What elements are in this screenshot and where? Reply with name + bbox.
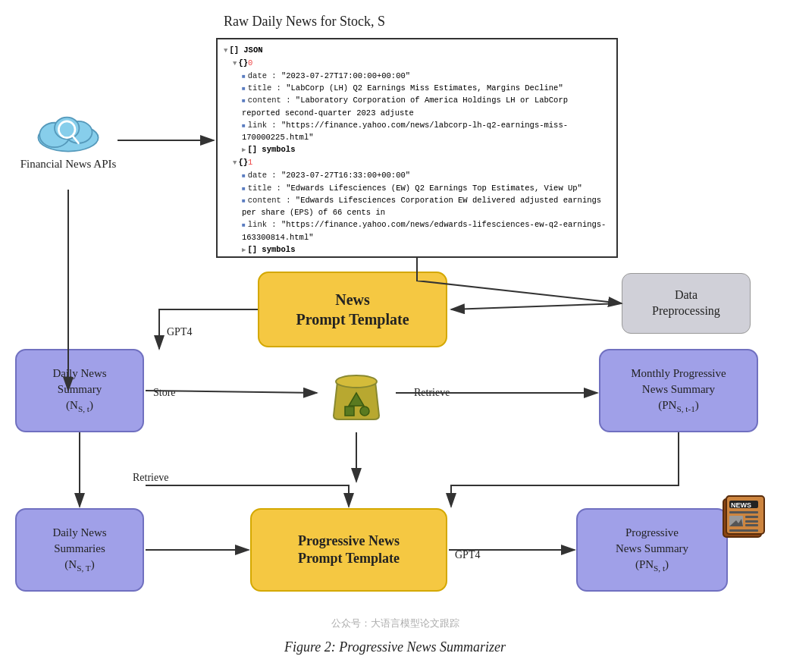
raw-news-label: Raw Daily News for Stock, S [224, 14, 385, 30]
progressive-news-summary-label: ProgressiveNews Summary(PNS, t) [616, 525, 688, 575]
monthly-progressive-box: Monthly ProgressiveNews Summary(PNS, t-1… [599, 349, 758, 432]
progressive-news-prompt-box: Progressive NewsPrompt Template [250, 508, 447, 592]
daily-news-summaries-box: Daily NewsSummaries(NS, T) [15, 508, 144, 592]
retrieve-bottom-label: Retrieve [133, 472, 168, 484]
financial-news-apis-box: Financial News APIs [15, 91, 121, 190]
svg-point-6 [336, 375, 377, 388]
gpt4-top-label: GPT4 [167, 326, 192, 338]
svg-rect-17 [745, 516, 758, 518]
svg-line-23 [451, 303, 622, 309]
gpt4-bottom-label: GPT4 [455, 549, 480, 561]
svg-rect-20 [729, 529, 758, 532]
svg-rect-14 [729, 511, 758, 513]
news-prompt-template-label: NewsPrompt Template [296, 290, 409, 329]
json-box: ▼[] JSON ▼{}0 ■date : "2023-07-27T17:00:… [216, 38, 618, 258]
svg-text:NEWS: NEWS [731, 501, 751, 509]
diagram-container: Raw Daily News for Stock, S ▼[] JSON ▼{}… [0, 0, 790, 672]
svg-rect-8 [345, 407, 354, 416]
progressive-news-summary-box: ProgressiveNews Summary(PNS, t) [576, 508, 728, 592]
cloud-icon [34, 108, 102, 154]
store-label: Store [153, 387, 176, 399]
svg-point-9 [360, 407, 369, 416]
news-icon: NEWS [720, 493, 770, 542]
monthly-progressive-label: Monthly ProgressiveNews Summary(PNS, t-1… [631, 366, 726, 416]
daily-news-summaries-label: Daily NewsSummaries(NS, T) [52, 525, 106, 575]
figure-caption: Figure 2: Progressive News Summarizer [0, 639, 790, 655]
retrieve-top-label: Retrieve [414, 387, 450, 399]
svg-rect-19 [745, 524, 758, 526]
financial-news-label: Financial News APIs [20, 157, 117, 172]
progressive-news-prompt-label: Progressive NewsPrompt Template [298, 532, 400, 568]
data-preprocessing-box: DataPreprocessing [622, 273, 751, 334]
data-preprocessing-label: DataPreprocessing [652, 287, 720, 319]
news-prompt-template-box: NewsPrompt Template [258, 272, 447, 347]
daily-news-summary-box: Daily NewsSummary(NS, t) [15, 349, 144, 432]
watermark: 公众号：大语言模型论文跟踪 [331, 617, 459, 630]
bucket-svg [322, 359, 390, 427]
daily-news-summary-label: Daily NewsSummary(NS, t) [52, 366, 106, 416]
storage-bucket-icon [318, 355, 394, 431]
svg-rect-18 [745, 520, 758, 523]
